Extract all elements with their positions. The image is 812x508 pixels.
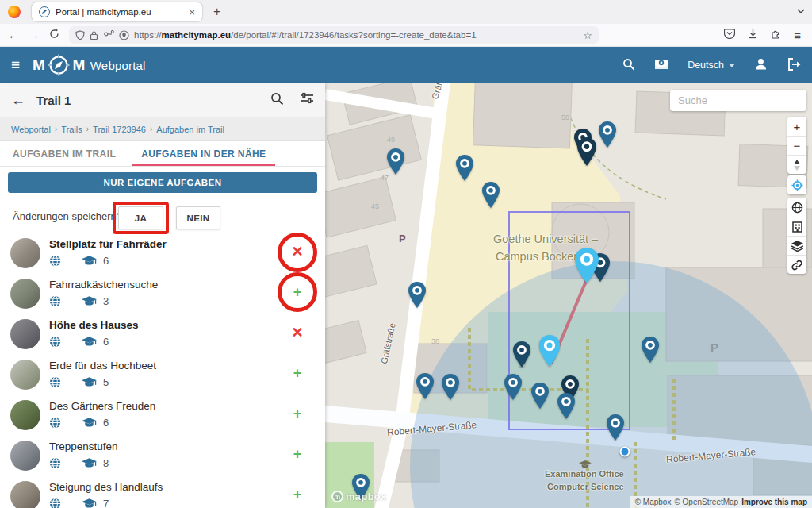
zoom-in-button[interactable]: + [787,117,806,136]
map-pin[interactable] [482,182,500,208]
site-favicon-icon [39,6,50,17]
grade-value: 6 [103,417,109,429]
filter-sliders-icon[interactable] [300,92,314,108]
permissions-icon[interactable] [103,30,114,40]
browser-menu-icon[interactable]: ≡ [794,29,801,42]
add-task-button[interactable]: + [288,283,307,302]
breadcrumb-trails[interactable]: Trails [61,125,82,134]
map-pin[interactable] [531,383,549,409]
geolocate-control [787,175,806,194]
list-tabs-chevron-icon[interactable] [796,5,806,19]
breadcrumb-tasks[interactable]: Aufgaben im Trail [156,125,224,134]
firefox-icon[interactable] [8,6,21,18]
add-task-button[interactable]: + [288,444,307,464]
task-row[interactable]: Steigung des Handlaufs 7 + [0,477,325,508]
grade-value: 6 [103,255,109,267]
map-pin[interactable] [642,337,659,363]
zoom-out-button[interactable]: − [787,136,806,155]
save-yes-button[interactable]: JA [118,206,163,229]
grade-cap-icon [82,256,97,267]
attribution-mapbox-link[interactable]: © Mapbox [635,498,672,506]
map-pin[interactable] [408,282,426,308]
map-search-input[interactable] [670,90,806,111]
task-title: Des Gärtners Freuden [49,400,155,412]
task-row[interactable]: Treppenstufen 8 + [0,437,325,477]
task-title: Steigung des Handlaufs [49,481,163,493]
task-row[interactable]: Fahrradkästchensuche 3 + [0,275,325,315]
map-pin[interactable] [456,155,473,181]
browser-toolbar: ← → https://mathcitymap.eu/de/portal/#!/… [0,24,812,47]
breadcrumb-trail-id[interactable]: Trail 1723946 [93,125,146,134]
attribution-osm-link[interactable]: © OpenStreetMap [674,498,738,506]
inbox-icon[interactable] [654,58,668,72]
grade-cap-icon [82,377,97,388]
pocket-icon[interactable] [724,28,735,42]
map-pin[interactable] [557,393,575,419]
map-pin[interactable] [577,137,596,166]
lock-icon[interactable] [90,30,98,40]
task-row[interactable]: Höhe des Hauses 6 ✕ [0,315,325,356]
map-pin[interactable] [504,374,522,400]
remove-task-button[interactable]: ✕ [288,242,307,261]
language-selector[interactable]: Deutsch [688,60,735,71]
mcm-logo[interactable]: M M Webportal [33,53,146,77]
improve-map-link[interactable]: Improve this map [741,498,807,506]
new-tab-button[interactable]: + [213,5,220,19]
share-link-icon[interactable] [787,255,806,274]
task-title: Höhe des Hauses [49,319,139,331]
task-title: Stellplatz für Fahrräder [49,238,167,250]
worldwide-tasks-button[interactable] [787,198,806,217]
map-point-marker[interactable] [620,447,630,457]
map-pin[interactable] [442,374,459,400]
downloads-icon[interactable] [748,28,758,42]
account-icon[interactable] [754,57,768,73]
map-pin-active[interactable] [539,335,561,367]
grade-value: 8 [103,457,109,469]
map-pin[interactable] [513,341,530,368]
reload-button[interactable] [49,29,59,41]
forward-button[interactable]: → [29,29,40,41]
task-row[interactable]: Stellplatz für Fahrräder 6 ✕ [0,234,325,275]
add-task-button[interactable]: + [288,364,307,383]
map-pin[interactable] [387,148,404,175]
add-task-button[interactable]: + [288,485,307,504]
save-prompt-label: Änderungen speichern? [13,210,122,222]
map-pin[interactable] [607,414,624,441]
layer-controls [787,198,806,274]
save-no-button[interactable]: NEIN [176,206,220,229]
add-task-button[interactable]: + [288,404,307,423]
panel-search-icon[interactable] [270,92,284,109]
map[interactable]: Gräfstraße Gräfstraße Robert-Mayer-Straß… [325,83,812,508]
map-pin-active[interactable] [575,248,599,283]
sidebar-menu-icon[interactable]: ≡ [11,56,20,74]
remove-task-button[interactable]: ✕ [288,323,307,342]
back-arrow-button[interactable]: ← [11,92,25,109]
shield-icon[interactable] [75,30,85,40]
tab-aufgaben-im-trail[interactable]: AUFGABEN IM TRAIL [0,141,128,166]
location-permission-icon[interactable] [119,30,129,40]
task-row[interactable]: Erde für das Hochbeet 5 + [0,356,325,396]
grade-cap-icon [82,296,97,307]
extensions-icon[interactable] [771,28,781,42]
breadcrumb-webportal[interactable]: Webportal [11,125,51,134]
close-tab-icon[interactable]: × [189,6,195,18]
layers-icon[interactable] [787,236,806,255]
map-pin[interactable] [599,121,616,148]
globe-icon [49,336,61,348]
logout-icon[interactable] [787,58,801,73]
tab-aufgaben-in-der-naehe[interactable]: AUFGABEN IN DER NÄHE [128,141,278,166]
map-pin[interactable] [416,373,434,399]
compass-icon [47,53,71,77]
bookmark-star-icon[interactable]: ☆ [583,29,592,41]
buildings-toggle-button[interactable] [787,217,806,236]
address-bar[interactable]: https://mathcitymap.eu/de/portal/#!/trai… [69,26,599,44]
compass-reset-button[interactable] [787,155,806,174]
mapbox-logo[interactable]: m mapbox [331,491,387,502]
search-icon[interactable] [622,58,635,73]
browser-tab[interactable]: Portal | mathcitymap.eu × [32,2,202,21]
task-title: Treppenstufen [49,441,118,452]
back-button[interactable]: ← [8,29,19,41]
task-row[interactable]: Des Gärtners Freuden 6 + [0,396,325,437]
own-tasks-button[interactable]: NUR EIGENE AUFGABEN [8,172,317,193]
geolocate-button[interactable] [787,175,806,194]
